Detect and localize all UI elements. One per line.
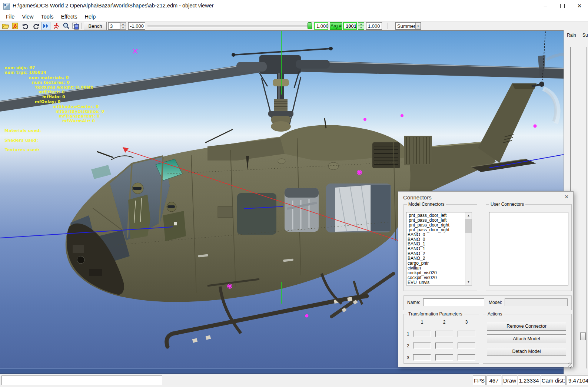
- season-combobox[interactable]: Summer ▼: [395, 22, 421, 30]
- matrix-cell-3-2[interactable]: [435, 354, 453, 361]
- menu-item[interactable]: Tools: [37, 13, 57, 21]
- autoplay-icon[interactable]: [41, 22, 50, 30]
- matrix-row-header: 3: [407, 355, 411, 360]
- scrollbar-thumb[interactable]: [465, 219, 472, 233]
- rain-slider-label: Rain: [567, 33, 576, 38]
- group-label: User Connectors: [489, 202, 525, 207]
- matrix-cell-2-2[interactable]: [435, 343, 453, 349]
- spin-down-icon[interactable]: ▼: [358, 26, 364, 30]
- spin-up-icon[interactable]: ▲: [358, 22, 364, 26]
- matrix-cell-1-2[interactable]: [435, 331, 453, 337]
- matrix-col-header: 1: [413, 320, 431, 325]
- actions-group: Actions Remove Connector Attach Model De…: [483, 314, 572, 364]
- matrix-cell-2-3[interactable]: [458, 343, 475, 349]
- matrix-cell-1-3[interactable]: [458, 331, 475, 337]
- sun-slider-track[interactable]: [586, 47, 587, 368]
- cam-dist-value: 9.47104: [567, 376, 588, 385]
- spin-down-icon[interactable]: ▼: [120, 26, 126, 30]
- connector-list-item[interactable]: cockpit_vis020: [408, 271, 472, 275]
- dialog-title[interactable]: Connectors: [403, 194, 432, 201]
- viewport-bottom-band: [0, 368, 564, 374]
- arg-number-label: Arg #: [330, 22, 342, 30]
- chevron-down-icon[interactable]: ▼: [415, 23, 421, 29]
- sun-slider-label: Su: [582, 33, 588, 38]
- matrix-col-header: 2: [435, 320, 453, 325]
- scroll-up-icon[interactable]: ▲: [465, 212, 472, 219]
- open-folder-icon[interactable]: [1, 22, 10, 30]
- toolbar-separator: [388, 23, 388, 29]
- name-input[interactable]: [423, 298, 484, 306]
- fps-label: FPS: [473, 376, 486, 385]
- transformation-parameters-group: Transformation Parameters 1 2 3 1 2 3: [403, 314, 479, 364]
- user-connectors-group: User Connectors: [486, 204, 572, 291]
- arg-value-field[interactable]: 1.000: [366, 22, 382, 30]
- arg-slider-track[interactable]: [147, 26, 308, 27]
- group-label: Actions: [486, 311, 504, 317]
- toolbar: Bench 3 ▲▼ -1.000 1.000 Arg # 1001 ▲▼ 1.…: [0, 21, 588, 30]
- arg-slider-value-field[interactable]: 1.000: [314, 22, 328, 30]
- model-connectors-listbox[interactable]: pnt_pass_door_left pnt_pass_door_left pn…: [406, 212, 472, 285]
- close-button[interactable]: ✕: [571, 0, 588, 12]
- dialog-close-button[interactable]: ✕: [563, 194, 570, 201]
- model-input[interactable]: [505, 298, 568, 306]
- draw-label: Draw: [502, 376, 517, 385]
- menu-item[interactable]: Help: [81, 13, 99, 21]
- object-viewer-window: H:\games\DCS World 2 OpenAlpha\Bazar\Wor…: [0, 0, 588, 387]
- sun-slider-thumb[interactable]: [580, 332, 586, 340]
- report-icon[interactable]: [71, 22, 80, 30]
- connector-list-item[interactable]: pnt_pass_door_right: [408, 228, 472, 232]
- close-icon: ✕: [577, 3, 582, 9]
- menu-item[interactable]: File: [2, 13, 18, 21]
- matrix-cell-1-1[interactable]: [413, 331, 431, 337]
- title-bar[interactable]: H:\games\DCS World 2 OpenAlpha\Bazar\Wor…: [0, 0, 588, 12]
- matrix-cell-3-3[interactable]: [458, 354, 475, 361]
- connector-list-item[interactable]: BANO_0: [408, 232, 472, 237]
- name-model-panel: Name: Model:: [403, 295, 572, 310]
- connector-list-item[interactable]: cockpit_vis020: [408, 275, 472, 280]
- matrix-row-header: 2: [407, 343, 411, 348]
- scroll-down-icon[interactable]: ▼: [465, 279, 472, 285]
- menu-item[interactable]: View: [18, 13, 37, 21]
- maximize-icon: [560, 4, 565, 8]
- attach-model-button[interactable]: Attach Model: [487, 334, 566, 343]
- offset-field[interactable]: -1.000: [128, 22, 145, 30]
- connector-list: pnt_pass_door_left pnt_pass_door_left pn…: [408, 213, 472, 285]
- connector-list-item[interactable]: pnt_pass_door_left: [408, 213, 472, 218]
- menu-item[interactable]: Effects: [57, 13, 81, 21]
- arg-slider-thumb[interactable]: [308, 22, 312, 29]
- connector-list-item[interactable]: EVU_unvis: [408, 280, 472, 285]
- maximize-button[interactable]: [554, 0, 571, 12]
- matrix-col-header: 3: [458, 320, 475, 325]
- zoom-icon[interactable]: [62, 22, 70, 30]
- matrix-cell-2-1[interactable]: [413, 343, 431, 349]
- model-connectors-group: Model Connectors pnt_pass_door_left pnt_…: [403, 204, 477, 291]
- bench-count-field[interactable]: 3: [108, 22, 120, 30]
- status-bar: FPS 467 Draw 1.23334 Cam dist: 9.47104: [0, 374, 588, 387]
- minimize-button[interactable]: –: [537, 0, 554, 12]
- bench-count-spinner[interactable]: ▲▼: [120, 22, 126, 30]
- connector-list-item[interactable]: civilian: [408, 266, 472, 271]
- redo-icon[interactable]: [31, 22, 40, 30]
- detach-model-button[interactable]: Detach Model: [487, 347, 566, 356]
- arg-number-field[interactable]: 1001: [343, 22, 357, 30]
- app-icon: [3, 3, 10, 10]
- arg-number-spinner[interactable]: ▲▼: [358, 22, 364, 30]
- user-connectors-listbox[interactable]: [489, 212, 568, 285]
- listbox-scrollbar[interactable]: ▲ ▼: [465, 212, 472, 285]
- connector-list-item[interactable]: pnt_pass_door_left: [408, 218, 472, 223]
- resize-grip[interactable]: [568, 363, 572, 367]
- cam-dist-label: Cam dist:: [541, 376, 566, 385]
- connectors-dialog: Connectors ✕ Model Connectors pnt_pass_d…: [398, 191, 574, 367]
- spin-up-icon[interactable]: ▲: [120, 22, 126, 26]
- matrix-row-header: 1: [407, 331, 411, 337]
- open-model-icon[interactable]: [11, 22, 20, 30]
- run-animation-icon[interactable]: [52, 22, 60, 30]
- bench-button[interactable]: Bench: [84, 22, 107, 30]
- group-label: Transformation Parameters: [407, 311, 464, 317]
- group-label: Model Connectors: [407, 202, 446, 207]
- matrix-cell-3-1[interactable]: [413, 354, 431, 361]
- remove-connector-button[interactable]: Remove Connector: [487, 322, 566, 331]
- connector-list-item[interactable]: pnt_pass_door_right: [408, 223, 472, 228]
- model-label: Model:: [489, 300, 502, 305]
- undo-icon[interactable]: [21, 22, 30, 30]
